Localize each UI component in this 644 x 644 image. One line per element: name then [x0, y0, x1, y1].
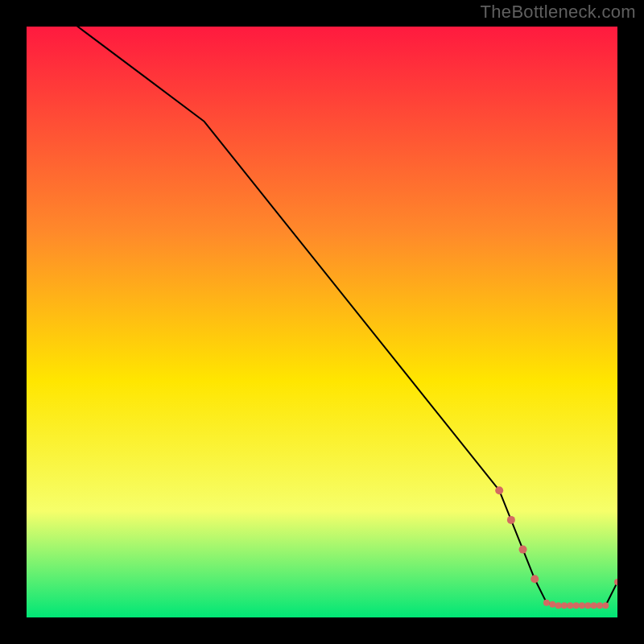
- chart-stage: TheBottleneck.com: [0, 0, 644, 644]
- marker-point: [591, 602, 597, 609]
- marker-point: [561, 602, 568, 609]
- gradient-background: [27, 27, 617, 617]
- marker-point: [543, 600, 550, 606]
- marker-point: [555, 602, 562, 609]
- marker-point: [579, 602, 585, 609]
- marker-point: [567, 602, 573, 609]
- marker-point: [573, 602, 580, 609]
- watermark-text: TheBottleneck.com: [481, 2, 636, 23]
- marker-point: [530, 575, 539, 583]
- marker-point: [495, 486, 503, 494]
- marker-point: [602, 602, 609, 609]
- marker-point: [597, 602, 603, 609]
- marker-point: [519, 546, 527, 554]
- marker-point: [584, 602, 591, 609]
- marker-point: [549, 601, 555, 608]
- plot-area: [27, 27, 617, 617]
- plot-svg: [27, 27, 617, 617]
- marker-point: [507, 516, 515, 524]
